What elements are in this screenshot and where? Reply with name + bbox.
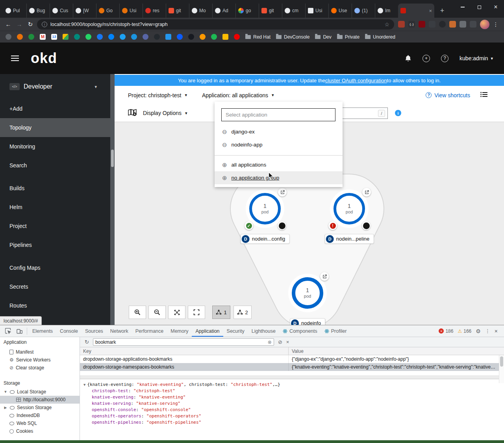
minimize-button[interactable] (454, 0, 471, 14)
object-property[interactable]: knative-eventing: "knative-eventing" (83, 394, 504, 400)
devtools-close-icon[interactable]: × (495, 328, 498, 334)
darkreader-extension-icon[interactable] (439, 21, 446, 28)
sidebar-item-monitoring[interactable]: Monitoring (0, 137, 110, 156)
devtools-tab-application[interactable]: Application (192, 325, 223, 337)
close-window-button[interactable]: × (487, 0, 504, 14)
filter-input[interactable] (95, 339, 268, 345)
browser-tab-active[interactable]: × (398, 4, 434, 18)
puzzle-extension-icon[interactable] (460, 21, 466, 28)
devtools-tab-network[interactable]: Network (107, 325, 132, 337)
sidebar-item-localhost-9000[interactable]: http://localhost:9000 (0, 396, 80, 404)
application-section-header[interactable]: Application (0, 337, 80, 347)
maximize-button[interactable] (471, 0, 487, 14)
twitter-icon[interactable] (120, 34, 126, 40)
storage-filter-box[interactable]: ⊗ (93, 338, 274, 346)
devtools-tab-performance[interactable]: Performance (132, 325, 167, 337)
node-label[interactable]: D nodeinfo (290, 318, 325, 325)
clear-filter-icon[interactable]: ⊗ (268, 339, 272, 345)
inspect-element-icon[interactable] (2, 328, 14, 334)
open-url-decorator[interactable] (362, 188, 371, 196)
history-icon[interactable] (6, 34, 11, 40)
topology-node-nodeinfo-pipeline[interactable]: 1 pod (334, 193, 365, 224)
storage-section-header[interactable]: Storage (0, 378, 80, 388)
docker-icon[interactable] (165, 34, 171, 40)
browser-tab[interactable]: (1) (352, 4, 375, 18)
object-property[interactable]: openshift-pipelines: "openshift-pipeline… (83, 419, 504, 426)
bookmark-favicon[interactable] (177, 34, 183, 40)
refresh-icon[interactable]: ↻ (85, 339, 89, 345)
sidebar-item-indexeddb[interactable]: IndexedDB (0, 411, 80, 419)
scrollbar-thumb[interactable] (111, 150, 114, 167)
sidebar-item-session-storage[interactable]: ▶Session Storage (0, 404, 80, 411)
drive-icon[interactable] (63, 34, 69, 40)
topology-node-nodeinfo[interactable]: 1 pod (292, 277, 323, 309)
sidebar-item-topology[interactable]: Topology (0, 118, 110, 137)
sidebar-item-builds[interactable]: Builds (0, 179, 110, 198)
amazon-icon[interactable] (200, 34, 206, 40)
forward-button[interactable]: → (15, 21, 24, 28)
browser-tab[interactable]: res (143, 4, 166, 18)
graph-view-1-button[interactable]: 1 (212, 306, 230, 319)
browser-menu-icon[interactable]: ⋮ (493, 21, 498, 28)
device-toolbar-icon[interactable] (14, 328, 25, 334)
sidebar-item-project[interactable]: Project (0, 217, 110, 235)
application-selector[interactable]: Application: all applications ▾ (202, 92, 274, 98)
grid-scrollbar[interactable] (499, 355, 504, 383)
devtools-tab-profiler[interactable]: Profiler (321, 325, 350, 337)
devtools-tab-sources[interactable]: Sources (82, 325, 107, 337)
object-property[interactable]: christoph-test: "christoph-test" (83, 388, 504, 394)
object-property[interactable]: openshift-console: "openshift-console" (83, 407, 504, 413)
sidebar-item-web-sql[interactable]: Web SQL (0, 419, 80, 427)
redhat-icon[interactable] (234, 34, 240, 40)
sidebar-item-cookies[interactable]: Cookies (0, 427, 80, 435)
browser-tab[interactable]: Im (375, 4, 398, 18)
topology-node-nodeinfo-config[interactable]: 1 pod (249, 193, 281, 224)
edit-source-decorator[interactable] (362, 221, 371, 230)
devtools-tab-console[interactable]: Console (56, 325, 82, 337)
browser-tab[interactable]: Mo (189, 4, 212, 18)
storage-row-namespaces-bookmarks[interactable]: dropdown-storage-namespaces-bookmarks {"… (80, 363, 504, 371)
notifications-bell-icon[interactable] (405, 55, 411, 62)
console-warning-count[interactable]: ⚠166 (458, 328, 471, 334)
graph-view-2-button[interactable]: 2 (233, 306, 252, 319)
zoom-in-button[interactable] (129, 306, 146, 319)
dropdown-option-all-applications[interactable]: ⊕ all applications (215, 158, 343, 171)
triangle-down-icon[interactable]: ▼ (4, 390, 7, 394)
delete-all-icon[interactable]: ⊘ (278, 339, 282, 345)
build-failed-decorator[interactable]: ! (328, 221, 337, 230)
whatsapp-icon[interactable] (85, 34, 91, 40)
object-property[interactable]: knative-serving: "knative-serving" (83, 400, 504, 407)
sidebar-item-pipelines[interactable]: Pipelines (0, 235, 110, 254)
bookmark-star-icon[interactable]: ☆ (384, 21, 389, 28)
messenger-icon[interactable] (108, 34, 114, 40)
bookmark-folder-devconsole[interactable]: DevConsole (276, 34, 309, 40)
devtools-tab-components[interactable]: Components (279, 325, 321, 337)
browser-tab[interactable]: Usi (119, 4, 143, 18)
project-selector[interactable]: Project: christoph-test ▾ (128, 92, 187, 98)
open-url-decorator[interactable] (278, 188, 287, 196)
delete-selected-icon[interactable]: × (286, 339, 289, 345)
extension-icon[interactable] (449, 21, 456, 28)
tweetdeck-icon[interactable] (131, 34, 137, 40)
object-property[interactable]: openshift-operators: "openshift-operator… (83, 413, 504, 419)
spotify-icon[interactable] (211, 34, 217, 40)
browser-tab[interactable]: Pul (3, 4, 26, 18)
fit-to-screen-button[interactable] (168, 306, 185, 319)
profile-avatar[interactable] (480, 20, 489, 29)
browser-tab[interactable]: Use (328, 4, 352, 18)
object-preview-root[interactable]: ▼ {knative-eventing: "knative-eventing",… (83, 382, 504, 388)
scrollbar-thumb[interactable] (500, 356, 503, 367)
bookmark-folder-unordered[interactable]: Unordered (365, 34, 395, 40)
new-tab-button[interactable]: + (437, 5, 448, 16)
browser-tab[interactable]: Go (96, 4, 119, 18)
reload-button[interactable]: ↻ (26, 21, 35, 28)
tab-close-icon[interactable]: × (429, 8, 432, 14)
node-label[interactable]: D nodein...peline (325, 234, 374, 244)
value-column-header[interactable]: Value (289, 347, 504, 355)
bookmark-folder-dev[interactable]: Dev (315, 34, 331, 40)
user-menu[interactable]: kube:admin ▾ (460, 55, 493, 61)
devtools-tab-lighthouse[interactable]: Lighthouse (248, 325, 279, 337)
dropdown-option-no-application-group[interactable]: ⊕ no application group (215, 171, 343, 184)
sidebar-item-secrets[interactable]: Secrets (0, 277, 110, 296)
devtools-settings-gear-icon[interactable]: ⚙ (476, 328, 481, 334)
